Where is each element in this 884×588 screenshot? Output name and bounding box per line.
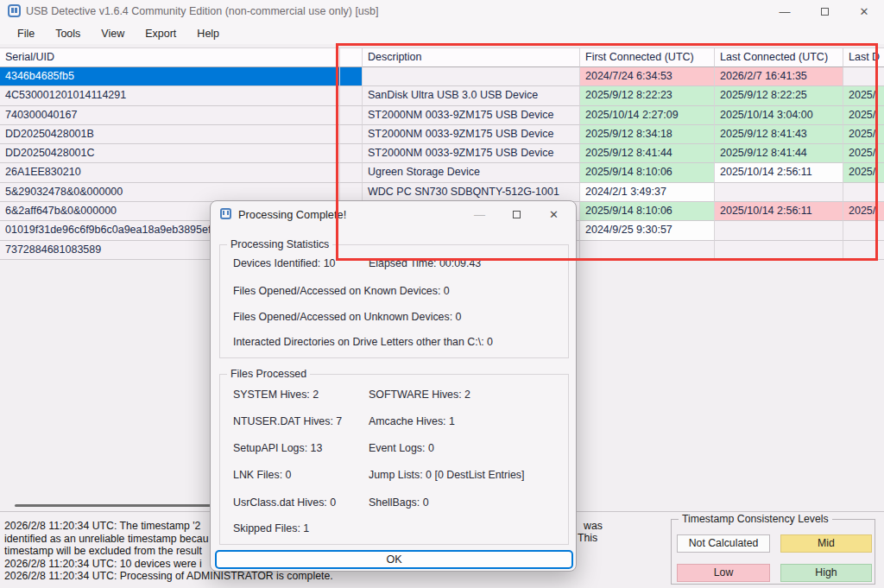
log-fragment-1: was	[584, 520, 603, 532]
header-first-connected[interactable]: First Connected (UTC)	[580, 47, 715, 67]
cell-last-connected[interactable]: 2025/9/12 8:41:43	[715, 125, 843, 144]
cell-last-connected[interactable]: 2025/10/14 2:56:11	[715, 163, 843, 182]
cell-gap[interactable]	[340, 106, 363, 125]
cell-last-d[interactable]: 2025/	[843, 125, 884, 144]
cell-last-d[interactable]: 2025/	[843, 86, 884, 105]
cell-gap[interactable]	[340, 163, 363, 182]
usrclass-hives: UsrClass.dat Hives: 0	[233, 496, 336, 509]
header-last-d[interactable]: Last D	[843, 47, 884, 67]
table-header-row: Serial/UID Description First Connected (…	[0, 47, 884, 67]
cell-first-connected[interactable]	[580, 241, 715, 260]
processing-complete-dialog: Processing Complete! — ✕ Processing Stat…	[210, 200, 577, 572]
table-row[interactable]: 740300040167ST2000NM 0033-9ZM175 USB Dev…	[0, 106, 884, 125]
cell-serial[interactable]: 26A1EE830210	[0, 163, 340, 182]
dialog-minimize-button[interactable]: —	[461, 203, 498, 225]
maximize-button[interactable]	[805, 0, 844, 22]
cell-last-d[interactable]: 2025/	[843, 144, 884, 163]
table-row[interactable]: 5&29032478&0&000000WDC PC SN730 SDBQNTY-…	[0, 183, 884, 202]
table-row[interactable]: DD20250428001BST2000NM 0033-9ZM175 USB D…	[0, 125, 884, 144]
cell-gap[interactable]	[340, 67, 363, 86]
dialog-maximize-button[interactable]	[498, 203, 535, 225]
cell-last-d[interactable]	[843, 241, 884, 260]
cell-serial[interactable]: DD20250428001C	[0, 144, 340, 163]
files-processed-label: Files Processed	[227, 368, 310, 380]
cell-last-d[interactable]	[843, 183, 884, 202]
files-known-devices: Files Opened/Accessed on Known Devices: …	[233, 285, 450, 297]
cell-last-d[interactable]: 2025/	[843, 202, 884, 221]
app-logo-icon	[8, 4, 21, 17]
legend-title: Timestamp Consistency Levels	[679, 513, 832, 525]
cell-first-connected[interactable]: 2024/9/25 9:30:57	[580, 221, 715, 240]
dialog-maximize-icon	[513, 211, 521, 218]
cell-gap[interactable]	[340, 144, 363, 163]
cell-serial[interactable]: 740300040167	[0, 106, 340, 125]
menu-item-help[interactable]: Help	[188, 25, 228, 42]
dialog-title: Processing Complete!	[238, 208, 346, 221]
cell-description[interactable]: Ugreen Storage Device	[363, 163, 580, 182]
dialog-app-icon	[220, 208, 231, 219]
cell-description[interactable]	[363, 67, 580, 86]
event-logs: Event Logs: 0	[369, 442, 434, 454]
devices-identified: Devices Identified: 10	[233, 257, 335, 269]
cell-serial[interactable]: DD20250428001B	[0, 125, 340, 144]
menu-item-file[interactable]: File	[9, 25, 43, 42]
files-unknown-devices: Files Opened/Accessed on Unknown Devices…	[233, 311, 461, 323]
cell-last-connected[interactable]: 2026/2/7 16:41:35	[715, 67, 843, 86]
cell-description[interactable]: SanDisk Ultra USB 3.0 USB Device	[363, 86, 580, 105]
cell-gap[interactable]	[340, 183, 363, 202]
dialog-close-button[interactable]: ✕	[535, 203, 572, 225]
cell-first-connected[interactable]: 2025/9/14 8:10:06	[580, 202, 715, 221]
dialog-titlebar[interactable]: Processing Complete! — ✕	[211, 201, 576, 227]
header-gap[interactable]	[340, 47, 363, 67]
minimize-button[interactable]: —	[765, 0, 805, 22]
menu-item-export[interactable]: Export	[136, 25, 185, 42]
table-row[interactable]: DD20250428001CST2000NM 0033-9ZM175 USB D…	[0, 144, 884, 163]
jump-lists: Jump Lists: 0 [0 DestList Entries]	[369, 469, 524, 481]
header-serial[interactable]: Serial/UID	[0, 47, 340, 67]
cell-last-d[interactable]	[843, 221, 884, 240]
cell-first-connected[interactable]: 2025/9/12 8:34:18	[580, 125, 715, 144]
cell-gap[interactable]	[340, 125, 363, 144]
cell-last-connected[interactable]: 2025/9/12 8:41:44	[715, 144, 843, 163]
cell-last-connected[interactable]: 2025/9/12 8:22:25	[715, 86, 843, 105]
cell-first-connected[interactable]: 2025/9/14 8:10:06	[580, 163, 715, 182]
cell-first-connected[interactable]: 2024/2/1 3:49:37	[580, 183, 715, 202]
cell-description[interactable]: ST2000NM 0033-9ZM175 USB Device	[363, 106, 580, 125]
cell-last-d[interactable]: 2025/	[843, 163, 884, 182]
amcache-hives: Amcache Hives: 1	[369, 415, 455, 427]
cell-first-connected[interactable]: 2024/7/24 6:34:53	[580, 67, 715, 86]
table-row[interactable]: 4346b4685fb52024/7/24 6:34:532026/2/7 16…	[0, 67, 884, 86]
cell-last-connected[interactable]	[715, 241, 843, 260]
cell-last-connected[interactable]: 2025/10/14 2:56:11	[715, 202, 843, 221]
setupapi-logs: SetupAPI Logs: 13	[233, 442, 322, 454]
cell-serial[interactable]: 5&29032478&0&000000	[0, 183, 340, 202]
cell-description[interactable]: ST2000NM 0033-9ZM175 USB Device	[363, 125, 580, 144]
cell-description[interactable]: ST2000NM 0033-9ZM175 USB Device	[363, 144, 580, 163]
cell-first-connected[interactable]: 2025/9/12 8:22:23	[580, 86, 715, 105]
cell-first-connected[interactable]: 2025/10/14 2:27:09	[580, 106, 715, 125]
cell-last-d[interactable]: 2025/	[843, 106, 884, 125]
cell-last-connected[interactable]	[715, 183, 843, 202]
cell-description[interactable]: WDC PC SN730 SDBQNTY-512G-1001	[363, 183, 580, 202]
maximize-icon	[821, 8, 829, 16]
elapsed-time: Elapsed Time: 00:09.43	[369, 257, 481, 269]
menubar: FileToolsViewExportHelp	[0, 22, 884, 44]
menu-item-tools[interactable]: Tools	[47, 25, 89, 42]
table-row[interactable]: 26A1EE830210Ugreen Storage Device2025/9/…	[0, 163, 884, 182]
lnk-files: LNK Files: 0	[233, 469, 291, 481]
cell-gap[interactable]	[340, 86, 363, 105]
menu-item-view[interactable]: View	[92, 25, 133, 42]
ok-button[interactable]: OK	[215, 550, 573, 569]
cell-last-d[interactable]	[843, 67, 884, 86]
header-description[interactable]: Description	[363, 47, 580, 67]
table-row[interactable]: 4C530001201014114291SanDisk Ultra USB 3.…	[0, 86, 884, 105]
titlebar: USB Detective v1.6.4 Community Edition (…	[0, 0, 884, 22]
cell-last-connected[interactable]: 2025/10/14 3:04:00	[715, 106, 843, 125]
cell-serial[interactable]: 4346b4685fb5	[0, 67, 340, 86]
header-last-connected[interactable]: Last Connected (UTC)	[715, 47, 843, 67]
skipped-files: Skipped Files: 1	[233, 522, 309, 534]
cell-first-connected[interactable]: 2025/9/12 8:41:44	[580, 144, 715, 163]
cell-last-connected[interactable]	[715, 221, 843, 240]
close-button[interactable]: ✕	[844, 0, 884, 22]
cell-serial[interactable]: 4C530001201014114291	[0, 86, 340, 105]
